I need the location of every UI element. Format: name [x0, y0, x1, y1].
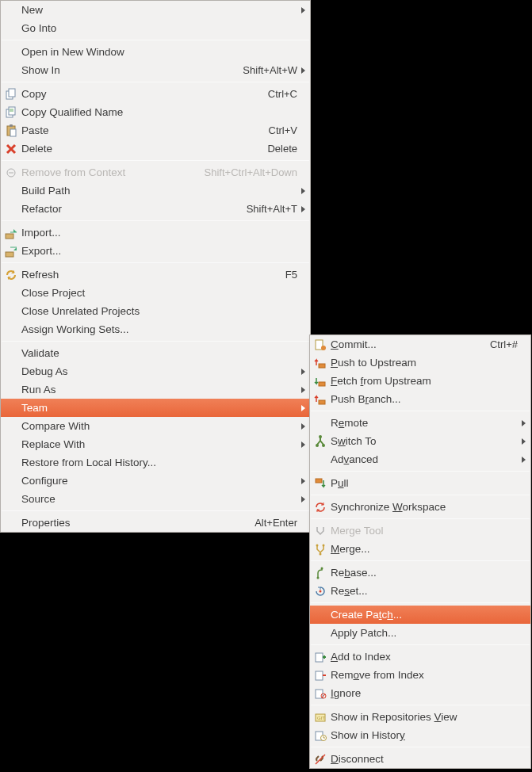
- blank-icon: [4, 45, 18, 59]
- svg-rect-33: [316, 671, 323, 680]
- menu-item-team[interactable]: Team: [1, 399, 310, 417]
- context-menu: NewGo IntoOpen in New WindowShow InShift…: [0, 0, 311, 533]
- menu-item-show-in[interactable]: Show InShift+Alt+W: [1, 61, 310, 79]
- team-item-rebase[interactable]: Rebase...: [310, 564, 530, 582]
- menu-item-label: Remove from Context: [21, 166, 195, 178]
- menu-item-label: Close Unrelated Projects: [21, 305, 297, 317]
- menu-item-label: Push to Upstream: [331, 357, 518, 369]
- team-item-merge[interactable]: Merge...: [310, 540, 530, 558]
- blank-icon: [313, 416, 327, 430]
- blank-icon: [4, 492, 18, 506]
- menu-item-label: Paste: [21, 124, 259, 136]
- menu-item-build-path[interactable]: Build Path: [1, 182, 310, 200]
- blank-icon: [4, 474, 18, 488]
- menu-item-replace-with[interactable]: Replace With: [1, 435, 310, 453]
- menu-item-import[interactable]: Import...: [1, 224, 310, 242]
- ignore-icon: [313, 686, 327, 701]
- menu-item-debug-as[interactable]: Debug As: [1, 362, 310, 380]
- team-item-push-upstream[interactable]: Push to Upstream: [310, 354, 530, 372]
- delete-icon: [4, 142, 18, 156]
- menu-item-label: Ignore: [331, 687, 518, 699]
- menu-item-close-project[interactable]: Close Project: [1, 284, 310, 302]
- team-item-fetch-upstream[interactable]: Fetch from Upstream: [310, 372, 530, 390]
- svg-point-26: [316, 544, 319, 546]
- separator: [311, 518, 530, 519]
- history-icon: [313, 728, 327, 743]
- menu-item-properties[interactable]: PropertiesAlt+Enter: [1, 514, 310, 532]
- menu-item-label: Debug As: [21, 365, 297, 377]
- submenu-arrow-icon: [518, 453, 526, 465]
- svg-point-31: [320, 590, 322, 592]
- repo-view-icon: GIT: [313, 710, 327, 724]
- blank-icon: [4, 346, 18, 361]
- menu-item-source[interactable]: Source: [1, 490, 310, 508]
- menu-item-configure[interactable]: Configure: [1, 472, 310, 490]
- menu-item-open-new-window[interactable]: Open in New Window: [1, 43, 310, 61]
- disconnect-icon: [313, 752, 327, 766]
- team-item-merge-tool: Merge Tool: [310, 522, 530, 540]
- menu-item-refresh[interactable]: RefreshF5: [1, 266, 310, 284]
- menu-item-run-as[interactable]: Run As: [1, 380, 310, 399]
- push-icon: [313, 392, 327, 407]
- svg-rect-15: [6, 252, 13, 257]
- menu-item-delete[interactable]: DeleteDelete: [1, 139, 310, 158]
- team-item-reset[interactable]: Reset...: [310, 582, 530, 600]
- menu-item-label: Disconnect: [331, 753, 518, 765]
- svg-rect-8: [10, 129, 16, 136]
- svg-point-24: [322, 444, 325, 447]
- team-item-disconnect[interactable]: Disconnect: [310, 750, 530, 768]
- team-item-pull[interactable]: Pull: [310, 474, 530, 492]
- separator: [2, 341, 309, 342]
- accelerator: Shift+Ctrl+Alt+Down: [205, 166, 297, 178]
- menu-item-new[interactable]: New: [1, 1, 310, 19]
- import-icon: [4, 226, 18, 240]
- team-item-ignore[interactable]: Ignore: [310, 684, 530, 702]
- blank-icon: [313, 608, 327, 622]
- menu-item-refactor[interactable]: RefactorShift+Alt+T: [1, 200, 310, 218]
- team-item-switch-to[interactable]: Switch To: [310, 432, 530, 450]
- menu-item-label: Go Into: [21, 22, 297, 34]
- svg-point-18: [321, 346, 326, 350]
- team-item-show-repo-view[interactable]: GITShow in Repositories View: [310, 708, 530, 726]
- blank-icon: [4, 21, 18, 36]
- menu-item-label: Advanced: [331, 453, 518, 465]
- menu-item-validate[interactable]: Validate: [1, 344, 310, 362]
- team-item-add-index[interactable]: Add to Index: [310, 648, 530, 666]
- menu-item-label: Refactor: [21, 203, 237, 215]
- svg-point-29: [317, 576, 320, 579]
- menu-item-paste[interactable]: PasteCtrl+V: [1, 121, 310, 139]
- menu-item-copy-qualified[interactable]: Copy Qualified Name: [1, 103, 310, 121]
- team-item-show-history[interactable]: Show in History: [310, 726, 530, 744]
- menu-item-label: Compare With: [21, 420, 297, 432]
- menu-item-assign-working-sets[interactable]: Assign Working Sets...: [1, 320, 310, 338]
- menu-item-label: Pull: [331, 477, 518, 489]
- menu-item-label: Source: [21, 493, 297, 505]
- team-item-push-branch[interactable]: Push Branch...: [310, 390, 530, 408]
- menu-item-export[interactable]: Export...: [1, 242, 310, 260]
- team-item-create-patch[interactable]: Create Patch...: [310, 606, 530, 624]
- submenu-arrow-icon: [297, 475, 305, 487]
- team-item-advanced[interactable]: Advanced: [310, 450, 530, 468]
- menu-item-copy[interactable]: CopyCtrl+C: [1, 85, 310, 103]
- menu-item-label: Configure: [21, 475, 297, 487]
- team-item-apply-patch[interactable]: Apply Patch...: [310, 624, 530, 642]
- menu-item-compare-with[interactable]: Compare With: [1, 417, 310, 435]
- menu-item-restore-local[interactable]: Restore from Local History...: [1, 453, 310, 472]
- menu-item-close-unrelated[interactable]: Close Unrelated Projects: [1, 302, 310, 320]
- menu-item-label: New: [21, 4, 297, 16]
- pull-icon: [313, 476, 327, 491]
- team-item-remove-index[interactable]: Remove from Index: [310, 666, 530, 684]
- team-item-commit[interactable]: Commit...Ctrl+#: [310, 335, 530, 354]
- submenu-arrow-icon: [297, 402, 305, 414]
- team-item-remote[interactable]: Remote: [310, 414, 530, 432]
- submenu-arrow-icon: [297, 185, 305, 197]
- separator: [2, 82, 309, 82]
- blank-icon: [4, 286, 18, 300]
- separator: [2, 160, 309, 161]
- team-item-sync-workspace[interactable]: Synchronize Workspace: [310, 498, 530, 516]
- merge-icon: [313, 542, 327, 556]
- menu-item-go-into[interactable]: Go Into: [1, 19, 310, 37]
- blank-icon: [313, 626, 327, 640]
- svg-point-23: [316, 444, 319, 447]
- svg-point-28: [320, 552, 322, 555]
